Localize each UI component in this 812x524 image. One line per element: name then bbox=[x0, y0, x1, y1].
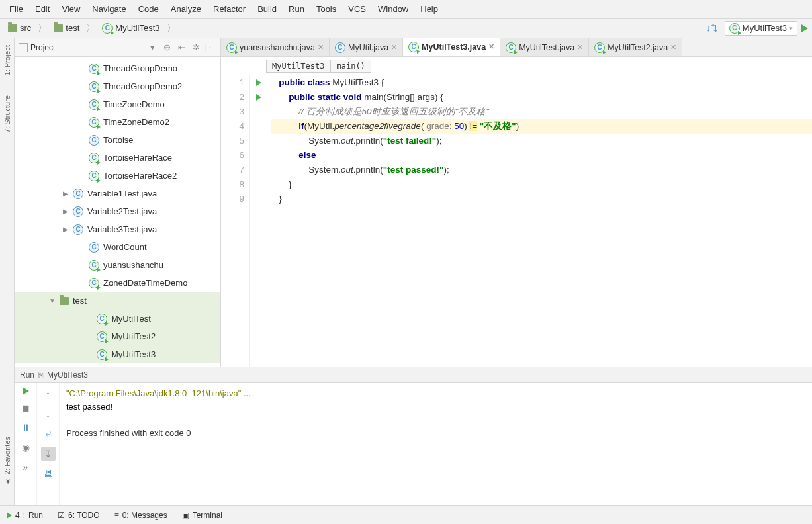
run-gutter[interactable] bbox=[250, 75, 267, 367]
close-icon[interactable]: ✕ bbox=[391, 43, 397, 52]
folder-icon bbox=[54, 24, 63, 32]
tree-item-timezonedemo[interactable]: CTimeZoneDemo bbox=[15, 95, 220, 113]
menu-analyze[interactable]: Analyze bbox=[165, 3, 206, 15]
menu-edit[interactable]: Edit bbox=[30, 3, 55, 15]
tree-item-myutiltest3[interactable]: CMyUtilTest3 bbox=[15, 345, 220, 363]
run-button[interactable] bbox=[801, 24, 808, 32]
tree-item-tortoiseharerace[interactable]: CTortoiseHareRace bbox=[15, 149, 220, 167]
stop-button[interactable]: ◼ bbox=[19, 400, 33, 415]
status-todo[interactable]: ☑ 6: TODO bbox=[58, 511, 100, 520]
wrap-button[interactable]: ⤶ bbox=[41, 427, 56, 441]
tab-myutil-java[interactable]: CMyUtil.java✕ bbox=[330, 38, 403, 56]
tree-item-label: TortoiseHareRace2 bbox=[103, 171, 177, 181]
tree-item-yuansushanchu[interactable]: Cyuansushanchu bbox=[15, 256, 220, 274]
tree-item-label: WordCount bbox=[103, 242, 147, 252]
run-config-selector[interactable]: CMyUtilTest3▾ bbox=[725, 21, 797, 36]
tree-item-variable1test-java[interactable]: ▶CVariable1Test.java bbox=[15, 185, 220, 202]
status-terminal[interactable]: ▣ Terminal bbox=[182, 511, 222, 520]
tree-item-myutiltest[interactable]: CMyUtilTest bbox=[15, 310, 220, 328]
menu-navigate[interactable]: Navigate bbox=[87, 3, 131, 15]
tree-item-label: TimeZoneDemo2 bbox=[103, 117, 169, 127]
class-icon: C bbox=[89, 260, 99, 271]
run-line-marker[interactable] bbox=[256, 79, 261, 86]
sync-icon[interactable]: ↓⇅ bbox=[703, 22, 721, 34]
console-output[interactable]: "C:\Program Files\Java\jdk1.8.0_121\bin\… bbox=[60, 383, 812, 505]
tree-item-tortoiseharerace2[interactable]: CTortoiseHareRace2 bbox=[15, 167, 220, 185]
close-icon[interactable]: ✕ bbox=[577, 43, 583, 52]
menu-file[interactable]: File bbox=[4, 3, 28, 15]
code-content[interactable]: public class MyUtilTest3 { public static… bbox=[267, 75, 812, 367]
menu-run[interactable]: Run bbox=[283, 3, 310, 15]
breadcrumb-file[interactable]: CMyUtilTest3 bbox=[98, 22, 163, 35]
tree-item-threadgroupdemo2[interactable]: CThreadGroupDemo2 bbox=[15, 77, 220, 95]
target-icon[interactable]: ⊕ bbox=[161, 42, 173, 54]
tool-favorites[interactable]: ★ 2: Favorites bbox=[3, 437, 11, 486]
print-button[interactable]: 🖶 bbox=[41, 466, 56, 481]
run-panel-title: Run bbox=[20, 371, 34, 380]
code-breadcrumb-class[interactable]: MyUtilTest3 bbox=[266, 60, 330, 73]
breadcrumb-test[interactable]: test bbox=[50, 22, 83, 34]
collapse-icon[interactable]: ⇤ bbox=[175, 42, 187, 54]
main-body: 1: Project 7: Structure ★ 2: Favorites P… bbox=[0, 38, 812, 505]
tree-item-wordcount[interactable]: CWordCount bbox=[15, 238, 220, 256]
class-run-icon: C bbox=[729, 23, 740, 34]
tree-item-variable2test-java[interactable]: ▶CVariable2Test.java bbox=[15, 202, 220, 220]
tree-item-label: ZonedDateTimeDemo bbox=[103, 278, 187, 288]
tree-item-zoneddatetimedemo[interactable]: CZonedDateTimeDemo bbox=[15, 274, 220, 292]
status-run[interactable]: 4: Run bbox=[7, 511, 43, 520]
close-icon[interactable]: ✕ bbox=[318, 43, 324, 52]
tree-item-myutiltest2[interactable]: CMyUtilTest2 bbox=[15, 328, 220, 345]
tool-project[interactable]: 1: Project bbox=[3, 45, 11, 75]
class-icon: C bbox=[89, 135, 99, 146]
pause-button[interactable]: ⏸ bbox=[19, 420, 33, 435]
menu-code[interactable]: Code bbox=[133, 3, 164, 15]
class-icon: C bbox=[97, 314, 107, 324]
tab-myutiltest3-java[interactable]: CMyUtilTest3.java✕ bbox=[403, 38, 500, 56]
dropdown-icon[interactable]: ▾ bbox=[146, 42, 158, 54]
code-editor[interactable]: 123456789 public class MyUtilTest3 { pub… bbox=[221, 75, 812, 367]
expand-button[interactable]: » bbox=[19, 460, 33, 474]
up-button[interactable]: ↑ bbox=[41, 387, 56, 402]
gear-icon[interactable]: ✲ bbox=[190, 42, 202, 54]
menu-vcs[interactable]: VCS bbox=[343, 3, 371, 15]
tree-item-tortoise[interactable]: CTortoise bbox=[15, 131, 220, 149]
navbar: src 〉 test 〉 CMyUtilTest3 〉 ↓⇅ CMyUtilTe… bbox=[0, 19, 812, 38]
down-button[interactable]: ↓ bbox=[41, 407, 56, 421]
run-line-marker[interactable] bbox=[256, 94, 261, 101]
tool-structure[interactable]: 7: Structure bbox=[3, 95, 11, 133]
menu-window[interactable]: Window bbox=[373, 3, 414, 15]
menu-refactor[interactable]: Refactor bbox=[208, 3, 251, 15]
tree-item-variable3test-java[interactable]: ▶CVariable3Test.java bbox=[15, 220, 220, 238]
class-icon: C bbox=[335, 42, 345, 53]
left-toolwindow-bar: 1: Project 7: Structure ★ 2: Favorites bbox=[0, 38, 15, 505]
rerun-button[interactable] bbox=[23, 387, 29, 395]
close-icon[interactable]: ✕ bbox=[670, 43, 676, 52]
menu-view[interactable]: View bbox=[56, 3, 85, 15]
code-breadcrumb-method[interactable]: main() bbox=[330, 60, 371, 73]
class-icon: C bbox=[73, 206, 83, 217]
tab-myutiltest-java[interactable]: CMyUtilTest.java✕ bbox=[500, 38, 589, 56]
breadcrumb: src 〉 test 〉 CMyUtilTest3 〉 bbox=[4, 22, 177, 35]
tab-myutiltest2-java[interactable]: CMyUtilTest2.java✕ bbox=[589, 38, 682, 56]
tree-item-threadgroupdemo[interactable]: CThreadGroupDemo bbox=[15, 60, 220, 77]
tree-item-timezonedemo2[interactable]: CTimeZoneDemo2 bbox=[15, 113, 220, 131]
project-tree[interactable]: CThreadGroupDemoCThreadGroupDemo2CTimeZo… bbox=[15, 57, 220, 367]
scroll-button[interactable]: ↧ bbox=[41, 447, 56, 461]
menu-build[interactable]: Build bbox=[252, 3, 282, 15]
class-icon: C bbox=[594, 42, 605, 53]
hide-icon[interactable]: |← bbox=[204, 42, 216, 54]
menu-tools[interactable]: Tools bbox=[311, 3, 341, 15]
editor-panel: Cyuansushanchu.java✕CMyUtil.java✕CMyUtil… bbox=[221, 38, 812, 367]
tree-item-label: MyUtilTest3 bbox=[111, 349, 156, 359]
menu-help[interactable]: Help bbox=[415, 3, 443, 15]
tab-yuansushanchu-java[interactable]: Cyuansushanchu.java✕ bbox=[221, 38, 330, 56]
nav-right: ↓⇅ CMyUtilTest3▾ bbox=[703, 21, 808, 36]
run-config-icon: ⎘ bbox=[38, 371, 43, 380]
camera-button[interactable]: ◉ bbox=[19, 440, 33, 455]
project-panel-title: Project bbox=[30, 43, 55, 52]
breadcrumb-src[interactable]: src bbox=[4, 22, 35, 34]
status-messages[interactable]: ≡ 0: Messages bbox=[114, 511, 167, 520]
tree-item-label: test bbox=[73, 296, 87, 306]
tree-item-test[interactable]: ▼test bbox=[15, 292, 220, 310]
close-icon[interactable]: ✕ bbox=[488, 42, 494, 51]
